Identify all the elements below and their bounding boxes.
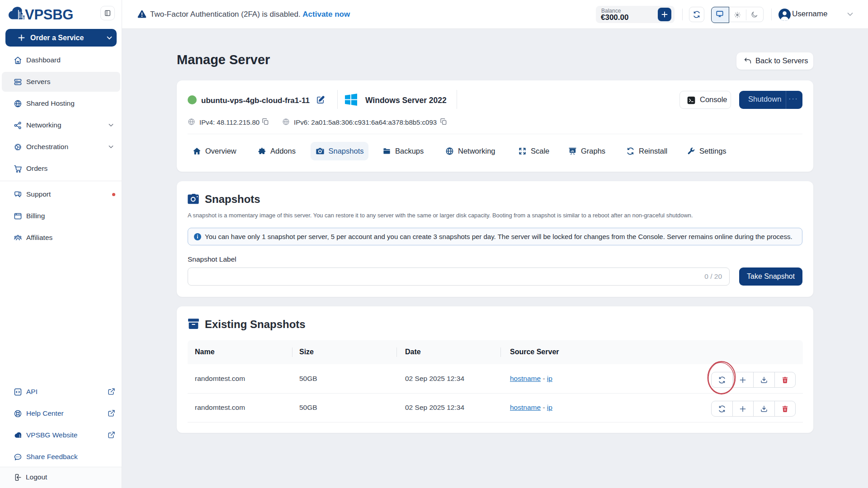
svg-text:VPSBG: VPSBG	[25, 7, 73, 21]
